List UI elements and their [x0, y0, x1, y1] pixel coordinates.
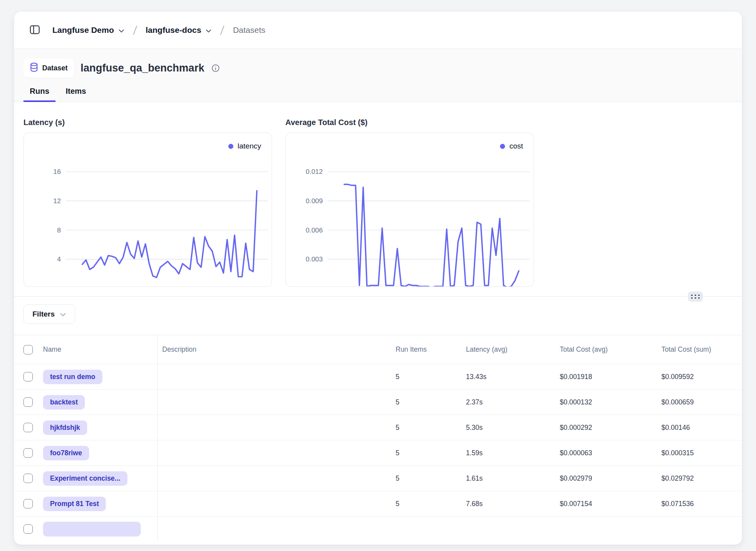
row-checkbox[interactable] — [23, 423, 33, 432]
column-header-total-cost-avg: Total Cost (avg) — [555, 335, 657, 364]
run-name-badge[interactable]: hjkfdshjk — [43, 420, 87, 435]
run-name-badge[interactable]: Prompt 81 Test — [43, 497, 106, 511]
run-name-badge[interactable] — [43, 522, 141, 537]
table-row[interactable]: test run demo 5 13.43s $0.001918 $0.0095… — [14, 364, 742, 389]
total-cost-sum-value: $0.029792 — [657, 466, 742, 491]
breadcrumb-environment-label: langfuse-docs — [146, 25, 201, 35]
section-divider — [14, 296, 742, 297]
latency-chart[interactable]: 161284 latency — [23, 132, 272, 287]
svg-text:0.003: 0.003 — [306, 255, 323, 263]
breadcrumb-environment[interactable]: langfuse-docs — [146, 25, 211, 35]
run-name-badge[interactable]: backtest — [43, 395, 85, 410]
table-row[interactable]: hjkfdshjk 5 5.30s $0.000292 $0.00146 — [14, 415, 742, 440]
run-items-value: 5 — [391, 440, 461, 465]
table-row[interactable] — [14, 516, 742, 542]
sidebar-toggle-button[interactable] — [29, 24, 41, 37]
total-cost-sum-value: $0.00146 — [657, 415, 742, 440]
dataset-badge-label: Dataset — [42, 64, 68, 72]
run-description — [158, 491, 391, 516]
runs-table: Name Description Run Items Latency (avg)… — [14, 335, 742, 542]
info-icon[interactable] — [211, 64, 220, 73]
table-row[interactable]: Prompt 81 Test 5 7.68s $0.007154 $0.0715… — [14, 491, 742, 516]
row-checkbox[interactable] — [23, 524, 33, 534]
table-row[interactable]: foo78riwe 5 1.59s $0.000063 $0.000315 — [14, 440, 742, 465]
select-all-checkbox[interactable] — [23, 345, 33, 354]
latency-avg-value: 7.68s — [461, 491, 555, 516]
row-checkbox[interactable] — [23, 474, 33, 483]
run-items-value: 5 — [391, 415, 461, 440]
run-items-value: 5 — [391, 364, 461, 389]
run-name-badge[interactable]: Experiment concise... — [43, 471, 127, 486]
latency-avg-value: 13.43s — [461, 364, 555, 389]
total-cost-avg-value: $0.000063 — [555, 440, 657, 465]
tab-items[interactable]: Items — [59, 87, 92, 102]
latency-chart-title: Latency (s) — [23, 118, 272, 127]
total-cost-avg-value: $0.000132 — [555, 390, 657, 415]
tab-runs[interactable]: Runs — [23, 87, 56, 102]
breadcrumb-project[interactable]: Langfuse Demo — [52, 25, 124, 35]
cost-chart-block: Average Total Cost ($) 0.0120.0090.0060.… — [285, 118, 534, 287]
legend-dot-icon — [228, 144, 233, 149]
breadcrumb-project-label: Langfuse Demo — [52, 25, 114, 35]
total-cost-avg-value: $0.002979 — [555, 466, 657, 491]
row-checkbox[interactable] — [23, 397, 33, 407]
chevron-down-icon — [60, 310, 66, 318]
run-items-value: 5 — [391, 390, 461, 415]
legend-dot-icon — [500, 144, 505, 149]
latency-avg-value: 1.59s — [461, 440, 555, 465]
row-checkbox[interactable] — [23, 448, 33, 458]
breadcrumb-page-datasets[interactable]: Datasets — [233, 25, 265, 35]
filters-button-label: Filters — [32, 310, 55, 318]
table-header-row: Name Description Run Items Latency (avg)… — [14, 335, 742, 364]
charts-section: Latency (s) 161284 latency Average Total… — [14, 102, 742, 296]
total-cost-sum-value — [657, 517, 742, 542]
latency-legend-label: latency — [238, 142, 261, 150]
run-name-badge[interactable]: test run demo — [43, 370, 102, 384]
total-cost-avg-value: $0.000292 — [555, 415, 657, 440]
filters-row: Filters — [14, 297, 742, 335]
latency-legend: latency — [228, 142, 261, 150]
cost-line-plot: 0.0120.0090.0060.003 — [286, 133, 534, 286]
total-cost-avg-value: $0.007154 — [555, 491, 657, 516]
filters-button[interactable]: Filters — [23, 304, 75, 324]
panel-left-icon — [29, 24, 41, 37]
total-cost-sum-value: $0.009592 — [657, 364, 742, 389]
run-items-value: 5 — [391, 466, 461, 491]
breadcrumb: Langfuse Demo langfuse-docs — [14, 12, 742, 48]
total-cost-avg-value — [555, 517, 657, 542]
latency-line-plot: 161284 — [24, 133, 272, 286]
page-title: langfuse_qa_benchmark — [81, 62, 204, 74]
svg-text:16: 16 — [53, 168, 61, 175]
total-cost-sum-value: $0.000659 — [657, 390, 742, 415]
database-icon — [30, 63, 38, 74]
row-checkbox[interactable] — [23, 372, 33, 381]
total-cost-avg-value: $0.001918 — [555, 364, 657, 389]
total-cost-sum-value: $0.000315 — [657, 440, 742, 465]
run-items-value: 5 — [391, 491, 461, 516]
table-row[interactable]: Experiment concise... 5 1.61s $0.002979 … — [14, 465, 742, 491]
run-items-value — [391, 517, 461, 542]
svg-text:12: 12 — [53, 197, 61, 205]
svg-text:0.006: 0.006 — [306, 226, 323, 234]
cost-chart[interactable]: 0.0120.0090.0060.003 cost — [285, 132, 534, 287]
run-name-badge[interactable]: foo78riwe — [43, 446, 89, 460]
dataset-header: Dataset langfuse_qa_benchmark Runs Items — [14, 48, 742, 102]
drag-handle-icon[interactable] — [688, 292, 703, 302]
run-description — [158, 364, 391, 389]
svg-text:0.012: 0.012 — [306, 168, 323, 175]
app-card: Langfuse Demo langfuse-docs — [14, 12, 742, 545]
breadcrumb-separator — [132, 24, 138, 36]
breadcrumb-nav: Langfuse Demo langfuse-docs — [52, 24, 265, 36]
title-row: Dataset langfuse_qa_benchmark — [23, 59, 733, 78]
column-header-run-items: Run Items — [391, 335, 461, 364]
run-description — [158, 466, 391, 491]
cost-legend: cost — [500, 142, 523, 150]
table-row[interactable]: backtest 5 2.37s $0.000132 $0.000659 — [14, 389, 742, 415]
latency-avg-value: 5.30s — [461, 415, 555, 440]
column-header-latency-avg: Latency (avg) — [461, 335, 555, 364]
total-cost-sum-value: $0.071536 — [657, 491, 742, 516]
run-description — [158, 415, 391, 440]
row-checkbox[interactable] — [23, 499, 33, 508]
column-header-description: Description — [158, 335, 391, 364]
column-header-total-cost-sum: Total Cost (sum) — [657, 335, 742, 364]
